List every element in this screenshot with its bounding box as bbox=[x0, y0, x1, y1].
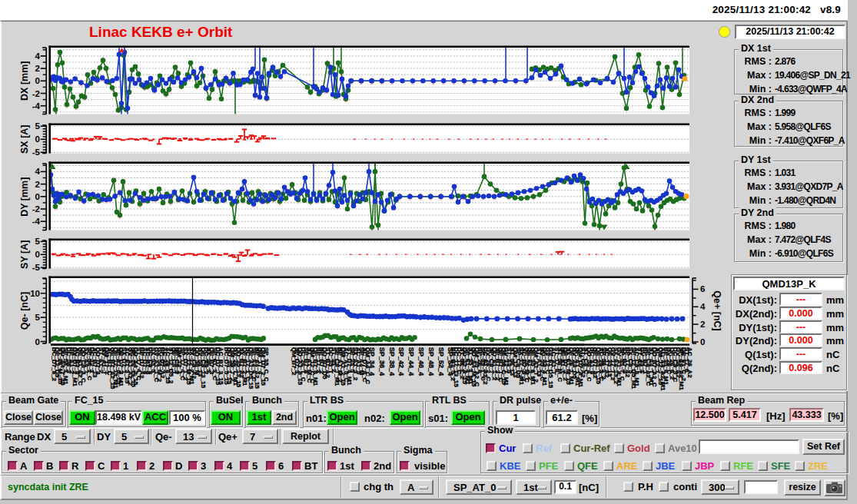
svg-text:Qe+ [nC]: Qe+ [nC] bbox=[712, 290, 722, 330]
svg-text:DX [mm]: DX [mm] bbox=[19, 61, 30, 101]
svg-text:5: 5 bbox=[35, 121, 41, 131]
svg-text:SY [A]: SY [A] bbox=[19, 240, 30, 269]
svg-text:0: 0 bbox=[35, 76, 40, 85]
svg-text:-2: -2 bbox=[32, 89, 40, 98]
svg-text:4: 4 bbox=[700, 302, 706, 311]
svg-text:-5: -5 bbox=[32, 263, 41, 272]
svg-text:SP_48_4: SP_48_4 bbox=[427, 347, 435, 376]
svg-text:SP_52_4: SP_52_4 bbox=[437, 347, 445, 376]
svg-text:2: 2 bbox=[35, 64, 40, 73]
svg-text:SP_35_C_C: SP_35_C_C bbox=[263, 347, 270, 382]
svg-text:0: 0 bbox=[700, 337, 705, 346]
svg-text:0: 0 bbox=[35, 192, 40, 201]
svg-text:0: 0 bbox=[35, 134, 40, 144]
svg-text:5: 5 bbox=[35, 237, 41, 246]
svg-text:SP_46_4: SP_46_4 bbox=[417, 347, 425, 376]
svg-text:SP_36_4: SP_36_4 bbox=[378, 347, 386, 376]
svg-text:AC_26_A2: AC_26_A2 bbox=[686, 347, 693, 378]
svg-text:-4: -4 bbox=[32, 217, 41, 226]
svg-text:0: 0 bbox=[35, 337, 40, 346]
svg-text:-2: -2 bbox=[32, 204, 40, 214]
svg-text:-4: -4 bbox=[32, 101, 41, 111]
svg-text:2: 2 bbox=[35, 180, 40, 189]
svg-text:0: 0 bbox=[35, 250, 40, 259]
svg-text:4: 4 bbox=[35, 167, 41, 176]
svg-text:SP_42_4: SP_42_4 bbox=[397, 347, 405, 376]
svg-text:-5: -5 bbox=[32, 148, 41, 157]
svg-text:SP_38_4: SP_38_4 bbox=[388, 347, 396, 376]
svg-text:SP_44_4: SP_44_4 bbox=[407, 347, 415, 376]
svg-text:5: 5 bbox=[35, 313, 41, 322]
svg-text:4: 4 bbox=[35, 51, 41, 61]
svg-text:DY [mm]: DY [mm] bbox=[19, 177, 30, 217]
svg-text:Qe- [nC]: Qe- [nC] bbox=[19, 292, 30, 330]
svg-text:2: 2 bbox=[700, 320, 705, 329]
svg-text:6: 6 bbox=[700, 284, 705, 293]
svg-text:SP_34_4: SP_34_4 bbox=[368, 347, 376, 376]
svg-text:SX [A]: SX [A] bbox=[19, 125, 30, 154]
svg-text:10: 10 bbox=[30, 289, 40, 298]
